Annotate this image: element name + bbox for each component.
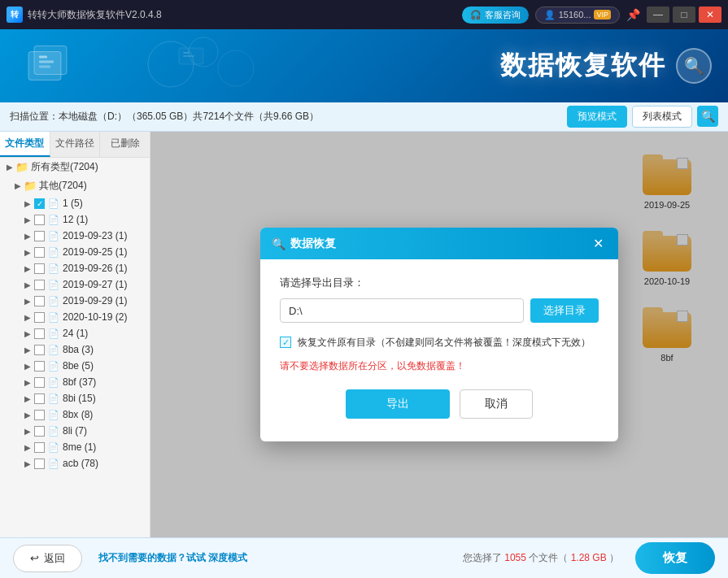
modal-header: 🔍 数据恢复 ✕ — [260, 228, 618, 259]
arrow-icon: ▶ — [23, 393, 33, 403]
app-title: 转转大师数据恢复软件V2.0.4.8 — [28, 8, 162, 22]
list-item[interactable]: ▶ 📄 2019-09-27 (1) — [0, 276, 150, 293]
content-area: 2019-09-25 2020-10-19 — [150, 132, 728, 537]
tree-checkbox[interactable] — [34, 231, 45, 241]
scan-info: 扫描位置：本地磁盘（D:）（365.05 GB）共7214个文件（共9.66 G… — [10, 110, 560, 124]
header-search-icon[interactable]: 🔍 — [676, 48, 712, 84]
tree-checkbox[interactable] — [34, 442, 45, 453]
file-icon: 📄 — [48, 230, 59, 241]
titlebar: 转 转转大师数据恢复软件V2.0.4.8 🎧 客服咨询 👤 15160... V… — [0, 0, 728, 29]
list-item[interactable]: ▶ 📄 24 (1) — [0, 325, 150, 341]
minimize-button[interactable]: — — [647, 7, 669, 23]
tree-label: 8me (1) — [63, 441, 96, 453]
modal-header-left: 🔍 数据恢复 — [272, 237, 336, 251]
list-item[interactable]: ▶ 📄 8bf (37) — [0, 374, 150, 390]
arrow-icon: ▶ — [23, 345, 33, 354]
file-icon: 📄 — [48, 328, 59, 339]
tree-checkbox[interactable] — [34, 361, 45, 372]
tree-label: 24 (1) — [63, 328, 88, 339]
tree-checkbox[interactable] — [34, 280, 45, 290]
list-item[interactable]: ▶ 📄 8be (5) — [0, 358, 150, 374]
list-item[interactable]: ▶ 📄 2020-10-19 (2) — [0, 309, 150, 325]
tab-file-path[interactable]: 文件路径 — [50, 132, 101, 157]
list-mode-button[interactable]: 列表模式 — [632, 106, 692, 128]
file-icon: 📄 — [48, 344, 59, 355]
close-button[interactable]: ✕ — [699, 7, 721, 23]
tree-label: 2019-09-23 (1) — [63, 230, 127, 241]
modal-title: 数据恢复 — [290, 237, 336, 251]
tree-checkbox[interactable] — [34, 328, 45, 339]
window-controls: — □ ✕ — [647, 7, 721, 23]
export-button[interactable]: 导出 — [346, 389, 450, 419]
maximize-button[interactable]: □ — [673, 7, 695, 23]
tree-checkbox[interactable] — [34, 247, 45, 258]
service-button[interactable]: 🎧 客服咨询 — [462, 7, 529, 24]
tree-checkbox[interactable] — [34, 345, 45, 355]
deep-mode-link-text[interactable]: 深度模式 — [208, 552, 247, 563]
arrow-icon: ▶ — [23, 280, 33, 289]
list-item[interactable]: ▶ 📄 8bx (8) — [0, 406, 150, 423]
list-item[interactable]: ▶ 📄 2019-09-23 (1) — [0, 228, 150, 244]
tree-label: 2020-10-19 (2) — [63, 311, 127, 323]
tree-checkbox[interactable]: ✓ — [34, 198, 45, 209]
file-icon: 📄 — [48, 409, 59, 420]
tree-checkbox[interactable] — [34, 426, 45, 437]
hint-text: 找不到需要的数据？试试 — [98, 552, 206, 563]
back-icon: ↩ — [30, 552, 39, 564]
list-item[interactable]: ▶ 📄 acb (78) — [0, 455, 150, 472]
tree-checkbox[interactable] — [34, 458, 45, 469]
svg-rect-4 — [39, 66, 50, 68]
tree-checkbox[interactable] — [34, 410, 45, 420]
tree-checkbox[interactable] — [34, 312, 45, 323]
tree-item-all[interactable]: ▶ 📁 所有类型(7204) — [0, 158, 150, 176]
toolbar-search-button[interactable]: 🔍 — [697, 106, 718, 127]
tree-label: acb (78) — [63, 458, 98, 469]
file-icon: 📄 — [48, 376, 59, 388]
tree-label: 8bi (15) — [63, 393, 96, 404]
modal-select-dir-button[interactable]: 选择目录 — [530, 298, 599, 323]
pin-button[interactable]: 📌 — [626, 8, 640, 21]
user-button[interactable]: 👤 15160... VIP — [535, 7, 620, 24]
tab-deleted[interactable]: 已删除 — [100, 132, 150, 157]
tree-label: 所有类型(7204) — [31, 160, 98, 174]
tree-checkbox[interactable] — [34, 215, 45, 225]
tree-label: 1 (5) — [63, 198, 83, 209]
svg-rect-2 — [39, 56, 47, 59]
list-item[interactable]: ▶ 📄 2019-09-26 (1) — [0, 260, 150, 276]
list-item[interactable]: ▶ 📄 8ba (3) — [0, 341, 150, 358]
list-item[interactable]: ▶ 📄 8bi (15) — [0, 390, 150, 406]
arrow-icon: ▶ — [23, 247, 33, 257]
arrow-icon: ▶ — [23, 410, 33, 419]
list-item[interactable]: ▶ ✓ 📄 1 (5) — [0, 195, 150, 211]
tree-label: 8bx (8) — [63, 409, 93, 420]
file-icon: 📄 — [48, 458, 59, 469]
tree-checkbox[interactable] — [34, 377, 45, 388]
tab-file-type[interactable]: 文件类型 — [0, 132, 50, 157]
tree-item-other[interactable]: ▶ 📁 其他(7204) — [0, 176, 150, 195]
file-icon: 📄 — [48, 214, 59, 225]
list-item[interactable]: ▶ 📄 2019-09-25 (1) — [0, 244, 150, 260]
tree-label: 12 (1) — [63, 214, 88, 225]
preview-mode-button[interactable]: 预览模式 — [567, 106, 627, 128]
back-button[interactable]: ↩ 返回 — [13, 545, 82, 572]
data-recovery-modal: 🔍 数据恢复 ✕ 请选择导出目录： 选择目录 ✓ 恢复文件原有目录（不创建则同名… — [260, 228, 618, 441]
list-item[interactable]: ▶ 📄 8me (1) — [0, 439, 150, 455]
tree-checkbox[interactable] — [34, 263, 45, 274]
cancel-button[interactable]: 取消 — [460, 389, 533, 419]
list-item[interactable]: ▶ 📄 12 (1) — [0, 211, 150, 228]
arrow-icon: ▶ — [23, 442, 33, 452]
modal-path-input[interactable] — [280, 298, 524, 323]
arrow-icon: ▶ — [23, 296, 33, 306]
list-item[interactable]: ▶ 📄 2019-09-29 (1) — [0, 293, 150, 309]
list-item[interactable]: ▶ 📄 8li (7) — [0, 423, 150, 439]
restore-path-checkbox[interactable]: ✓ — [280, 337, 291, 348]
modal-close-button[interactable]: ✕ — [590, 236, 607, 251]
selection-size: 1.28 GB — [571, 552, 607, 563]
user-avatar-icon: 👤 — [544, 10, 556, 20]
tree-checkbox[interactable] — [34, 296, 45, 306]
app-icon: 转 — [7, 7, 23, 23]
recover-button[interactable]: 恢复 — [635, 542, 715, 574]
arrow-icon: ▶ — [23, 198, 33, 208]
sidebar-tree: ▶ 📁 所有类型(7204) ▶ 📁 其他(7204) ▶ ✓ 📄 1 (5) … — [0, 158, 150, 472]
tree-checkbox[interactable] — [34, 393, 45, 404]
